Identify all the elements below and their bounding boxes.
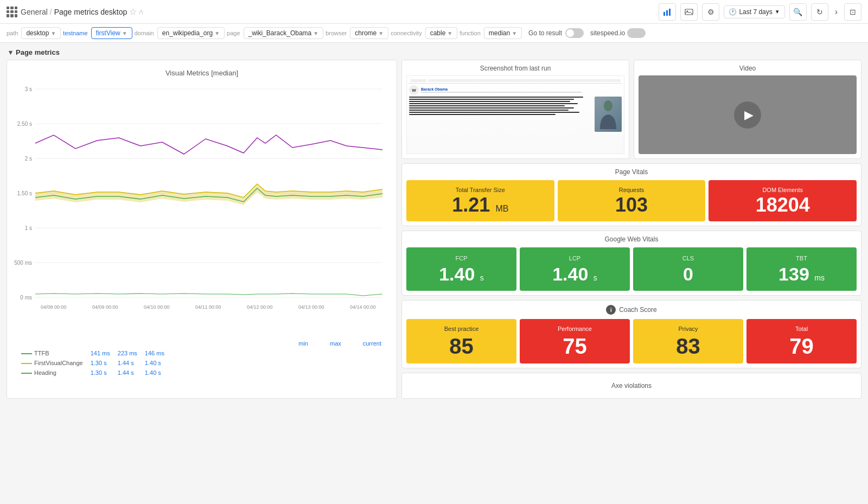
- performance-value: 75: [524, 335, 626, 357]
- total-transfer-size-card: Total Transfer Size 1.21 MB: [406, 180, 554, 221]
- wiki-text: [409, 97, 592, 132]
- share-icon[interactable]: ⑃: [139, 8, 143, 16]
- table-row: TTFB 141 ms 223 ms 146 ms: [21, 349, 168, 358]
- screenshot-image: W Barack Obama: [406, 75, 624, 154]
- axe-violations-title: Axe violations: [406, 378, 857, 394]
- go-to-result-toggle[interactable]: [565, 28, 584, 38]
- testname-filter[interactable]: firstView ▼: [91, 27, 132, 39]
- total-transfer-unit: MB: [495, 204, 508, 213]
- settings-icon-button[interactable]: ⚙: [702, 3, 719, 21]
- coach-grid: Best practice 85 Performance 75 Privacy …: [406, 319, 857, 363]
- page-metrics-header[interactable]: ▾ Page metrics: [0, 43, 868, 60]
- domain-arrow: ▼: [214, 30, 220, 36]
- fcp-card: FCP 1.40 s: [406, 247, 516, 291]
- main-content: Visual Metrics [median] 3 s 2.50 s 2 s 1…: [0, 60, 868, 405]
- text-line: [409, 107, 574, 109]
- dom-elements-label: DOM Elements: [713, 187, 852, 193]
- breadcrumb-separator: /: [50, 8, 52, 16]
- gvitals-grid: FCP 1.40 s LCP 1.40 s CLS 0 TBT 139 ms: [406, 247, 857, 291]
- tbt-card: TBT 139 ms: [746, 247, 857, 291]
- performance-label: Performance: [524, 326, 626, 332]
- star-icon[interactable]: ☆: [129, 7, 137, 17]
- chevron-more-button[interactable]: ›: [833, 5, 840, 19]
- refresh-icon-button[interactable]: ↻: [811, 3, 828, 21]
- domain-filter[interactable]: en_wikipedia_org ▼: [157, 27, 225, 39]
- text-line: [409, 110, 569, 111]
- sitespeed-toggle[interactable]: [627, 28, 646, 38]
- svg-text:3 s: 3 s: [25, 86, 32, 92]
- fvc-label: FirstVisualChange: [34, 360, 83, 366]
- section-label: Page metrics: [16, 48, 60, 56]
- info-icon[interactable]: i: [606, 305, 616, 315]
- testname-arrow: ▼: [122, 30, 127, 36]
- wiki-content: [409, 97, 622, 132]
- table-row: FirstVisualChange 1.30 s 1.44 s 1.40 s: [21, 359, 168, 367]
- total-label: Total: [751, 326, 852, 332]
- total-value: 79: [751, 335, 852, 357]
- tbt-unit: ms: [814, 273, 825, 282]
- filter-bar: path desktop ▼ testname firstView ▼ doma…: [0, 24, 868, 43]
- fvc-max: 1.44 s: [114, 359, 141, 367]
- text-line: [409, 114, 556, 115]
- requests-card: Requests 103: [558, 180, 706, 221]
- wiki-title-underline: [421, 92, 582, 93]
- screenshot-box: Screenshot from last run W Barack Obama: [401, 60, 629, 159]
- heading-label: Heading: [34, 369, 56, 376]
- play-button[interactable]: ▶: [734, 101, 761, 129]
- wiki-url-bar: [410, 79, 426, 82]
- wiki-mockup: W Barack Obama: [407, 76, 624, 154]
- top-bar-right: ⚙ 🕐 Last 7 days ▼ 🔍 ↻ › ⊡: [659, 3, 861, 21]
- connectivity-label: connectivity: [391, 30, 422, 36]
- path-value: desktop: [26, 29, 49, 37]
- function-label: function: [459, 30, 481, 36]
- fcp-label: FCP: [411, 255, 512, 261]
- axe-violations-card: Axe violations: [401, 373, 861, 399]
- svg-text:1.50 s: 1.50 s: [17, 190, 32, 196]
- wiki-logo: W: [409, 85, 419, 95]
- time-selector[interactable]: 🕐 Last 7 days ▼: [724, 5, 784, 18]
- total-transfer-label: Total Transfer Size: [411, 187, 550, 193]
- wiki-address: [428, 79, 621, 82]
- video-placeholder: ▶: [639, 75, 857, 154]
- connectivity-filter[interactable]: cable ▼: [425, 27, 458, 39]
- text-line: [409, 103, 578, 104]
- dom-elements-value: 18204: [713, 195, 852, 215]
- svg-text:04/14 00:00: 04/14 00:00: [350, 304, 376, 310]
- heading-current: 1.40 s: [142, 368, 168, 377]
- breadcrumb-general[interactable]: General: [21, 8, 48, 16]
- function-filter[interactable]: median ▼: [484, 27, 522, 39]
- svg-text:1 s: 1 s: [25, 225, 32, 231]
- current-header: current: [363, 340, 381, 347]
- top-bar-left: General / Page metrics desktop ☆ ⑃: [7, 7, 654, 17]
- lcp-card: LCP 1.40 s: [520, 247, 630, 291]
- wiki-portrait: [595, 97, 622, 132]
- page-value: _wiki_Barack_Obama: [248, 29, 312, 37]
- fvc-current: 1.40 s: [142, 359, 168, 367]
- chart-icon-button[interactable]: [659, 3, 676, 21]
- ttfb-label: TTFB: [34, 350, 49, 356]
- domain-label: domain: [135, 30, 154, 36]
- legend-headers: min max current: [20, 340, 384, 347]
- visual-metrics-chart: 3 s 2.50 s 2 s 1.50 s 1 s 500 ms 0 ms 04…: [16, 84, 385, 339]
- page-label: page: [227, 30, 240, 36]
- privacy-value: 83: [637, 335, 739, 357]
- wiki-browser-bar: [409, 78, 622, 84]
- google-vitals-card: Google Web Vitals FCP 1.40 s LCP 1.40 s …: [401, 231, 861, 296]
- image-icon-button[interactable]: [680, 3, 698, 21]
- svg-point-27: [604, 100, 612, 111]
- text-line: [409, 97, 583, 98]
- fcp-value: 1.40 s: [411, 265, 512, 283]
- browser-label: browser: [326, 30, 347, 36]
- browser-filter[interactable]: chrome ▼: [350, 27, 388, 39]
- fullscreen-icon-button[interactable]: ⊡: [844, 3, 861, 21]
- performance-card: Performance 75: [520, 319, 630, 363]
- search-icon-button[interactable]: 🔍: [789, 3, 807, 21]
- tbt-label: TBT: [751, 255, 852, 261]
- screenshot-title: Screenshot from last run: [406, 65, 624, 72]
- total-card: Total 79: [746, 319, 857, 363]
- path-filter[interactable]: desktop ▼: [21, 27, 61, 39]
- connectivity-value: cable: [430, 29, 446, 37]
- max-header: max: [330, 340, 341, 347]
- breadcrumb: General / Page metrics desktop ☆ ⑃: [21, 7, 143, 17]
- page-filter[interactable]: _wiki_Barack_Obama ▼: [244, 27, 324, 39]
